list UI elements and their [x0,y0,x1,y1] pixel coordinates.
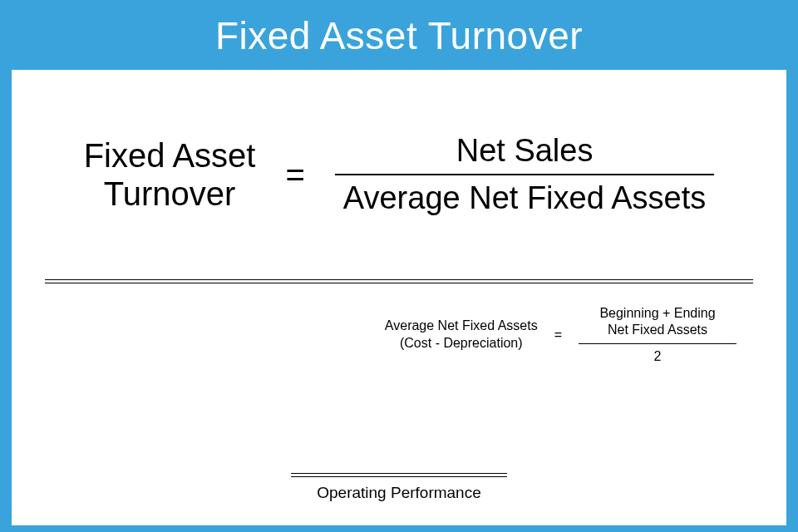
footer-label: Operating Performance [291,484,507,502]
content-panel: Fixed Asset Turnover = Net Sales Average… [12,70,786,525]
sub-lhs-line2: (Cost - Depreciation) [385,335,538,352]
sub-denominator: 2 [648,344,668,366]
sub-numerator: Beginning + Ending Net Fixed Assets [593,303,722,343]
footer-double-rule [291,473,507,477]
header: Fixed Asset Turnover [0,0,798,70]
sub-num-line1: Beginning + Ending [599,305,715,322]
sub-num-line2: Net Fixed Assets [599,322,715,338]
formula-numerator: Net Sales [448,128,602,174]
formula-denominator: Average Net Fixed Assets [335,175,715,221]
sub-equals-sign: = [554,328,562,342]
footer: Operating Performance [291,473,507,502]
sub-lhs-line1: Average Net Fixed Assets [385,318,538,335]
sub-formula-lhs: Average Net Fixed Assets (Cost - Depreci… [385,318,538,352]
page-title: Fixed Asset Turnover [0,13,798,58]
formula-fraction: Net Sales Average Net Fixed Assets [335,128,715,221]
equals-sign: = [285,156,304,194]
sub-fraction: Beginning + Ending Net Fixed Assets 2 [579,303,736,366]
formula-lhs-line2: Turnover [84,175,256,213]
formula-lhs-line1: Fixed Asset [84,136,256,175]
sub-formula: Average Net Fixed Assets (Cost - Depreci… [12,283,786,366]
main-formula: Fixed Asset Turnover = Net Sales Average… [12,128,786,221]
formula-lhs: Fixed Asset Turnover [84,136,256,213]
